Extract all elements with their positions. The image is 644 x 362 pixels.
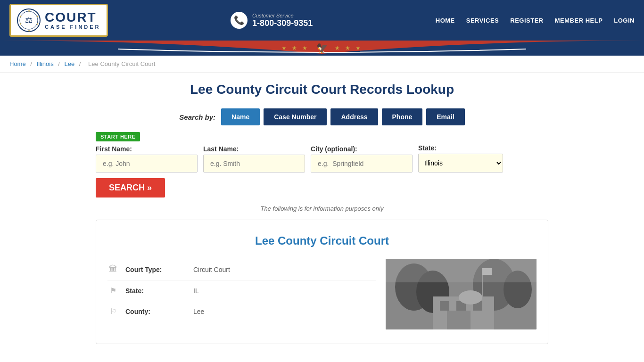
eagle-center: ★ ★ ★ 🦅 ★ ★ ★ (281, 42, 363, 54)
first-name-group: First Name: (96, 145, 198, 173)
county-value: Lee (193, 308, 204, 315)
breadcrumb-lee[interactable]: Lee (65, 60, 75, 67)
logo-emblem-icon: ★ ★ ★ ★ ★ ★ ⚖ (17, 8, 41, 33)
state-label: State: (418, 144, 503, 152)
state-value: IL (193, 287, 199, 295)
court-details: 🏛 Court Type: Circuit Court ⚑ State: IL … (107, 259, 537, 329)
tab-address[interactable]: Address (330, 108, 378, 125)
main-content: Lee County Circuit Court Records Lookup … (86, 73, 558, 354)
last-name-input[interactable] (203, 155, 305, 173)
tab-name[interactable]: Name (221, 108, 260, 125)
court-info-rows: 🏛 Court Type: Circuit Court ⚑ State: IL … (107, 259, 376, 329)
form-area: START HERE First Name: Last Name: City (… (96, 132, 548, 197)
nav-home[interactable]: HOME (436, 17, 455, 24)
logo-area: ★ ★ ★ ★ ★ ★ ⚖ COURT CASE FINDER (9, 4, 108, 37)
breadcrumb-current: Lee County Circuit Court (88, 60, 155, 67)
logo-text: COURT CASE FINDER (45, 11, 101, 30)
svg-text:★: ★ (19, 15, 22, 18)
nav-register[interactable]: REGISTER (510, 17, 543, 24)
svg-rect-19 (447, 311, 471, 329)
eagle-icon: 🦅 (316, 42, 328, 54)
tab-email[interactable]: Email (426, 108, 464, 125)
breadcrumb-sep-3: / (79, 60, 83, 67)
first-name-input[interactable] (96, 155, 198, 173)
header: ★ ★ ★ ★ ★ ★ ⚖ COURT CASE FINDER 📞 Custom… (0, 0, 644, 41)
city-group: City (optional): (311, 145, 413, 173)
cs-phone: 1-800-309-9351 (252, 18, 313, 28)
svg-text:★: ★ (19, 23, 22, 25)
state-label-row: State: (125, 287, 187, 295)
svg-rect-16 (440, 301, 449, 311)
city-label: City (optional): (311, 145, 413, 153)
nav-member-help[interactable]: MEMBER HELP (555, 17, 603, 24)
state-select[interactable]: Illinois AlabamaAlaskaArizonaArkansas Ca… (418, 154, 503, 173)
customer-service: 📞 Customer Service 1-800-309-9351 (231, 12, 313, 29)
state-row: ⚑ State: IL (107, 280, 376, 301)
main-nav: HOME SERVICES REGISTER MEMBER HELP LOGIN (436, 17, 635, 24)
nav-services[interactable]: SERVICES (466, 17, 499, 24)
court-type-label: Court Type: (125, 266, 187, 273)
svg-rect-23 (386, 259, 537, 282)
phone-icon: 📞 (231, 12, 248, 29)
tab-case-number[interactable]: Case Number (264, 108, 327, 125)
court-card-title: Lee County Circuit Court (107, 234, 537, 247)
search-by-label: Search by: (179, 113, 215, 121)
svg-text:★: ★ (36, 15, 39, 18)
county-row: ⚐ County: Lee (107, 301, 376, 321)
court-photo (386, 259, 537, 329)
start-here-badge: START HERE (96, 132, 140, 141)
eagle-bar: ★ ★ ★ 🦅 ★ ★ ★ (0, 41, 644, 56)
court-image (386, 259, 537, 329)
last-name-group: Last Name: (203, 145, 305, 173)
cs-label: Customer Service (252, 13, 313, 18)
last-name-label: Last Name: (203, 145, 305, 153)
court-type-value: Circuit Court (193, 266, 230, 273)
logo-court-label: COURT (45, 11, 101, 24)
county-icon: ⚐ (107, 307, 119, 316)
state-group: State: Illinois AlabamaAlaskaArizonaArka… (418, 144, 503, 173)
state-icon: ⚑ (107, 286, 119, 295)
search-button[interactable]: SEARCH » (96, 178, 165, 197)
court-type-icon: 🏛 (107, 264, 119, 274)
breadcrumb-sep-2: / (58, 60, 61, 67)
logo-box: ★ ★ ★ ★ ★ ★ ⚖ COURT CASE FINDER (9, 4, 108, 37)
breadcrumb-illinois[interactable]: Illinois (37, 60, 54, 67)
breadcrumb: Home / Illinois / Lee / Lee County Circu… (0, 56, 644, 73)
search-by-row: Search by: Name Case Number Address Phon… (96, 108, 548, 125)
nav-login[interactable]: LOGIN (614, 17, 635, 24)
svg-text:★: ★ (28, 9, 30, 12)
logo-casefinder-label: CASE FINDER (45, 24, 101, 30)
stars-left: ★ ★ ★ (281, 45, 310, 51)
breadcrumb-home[interactable]: Home (9, 60, 26, 67)
cs-text: Customer Service 1-800-309-9351 (252, 13, 313, 28)
court-type-row: 🏛 Court Type: Circuit Court (107, 259, 376, 280)
county-label-row: County: (125, 308, 187, 315)
svg-text:★: ★ (28, 29, 30, 32)
svg-point-20 (459, 290, 482, 304)
svg-text:★: ★ (36, 23, 39, 25)
svg-text:⚖: ⚖ (25, 16, 33, 25)
city-input[interactable] (311, 155, 413, 173)
court-photo-svg (386, 259, 537, 329)
info-note: The following is for information purpose… (96, 205, 548, 212)
search-form-row: First Name: Last Name: City (optional): … (96, 144, 548, 197)
tab-phone[interactable]: Phone (382, 108, 423, 125)
page-title: Lee County Circuit Court Records Lookup (96, 82, 548, 97)
stars-right: ★ ★ ★ (335, 45, 363, 51)
first-name-label: First Name: (96, 145, 198, 153)
court-card: Lee County Circuit Court 🏛 Court Type: C… (96, 220, 548, 344)
breadcrumb-sep-1: / (30, 60, 33, 67)
